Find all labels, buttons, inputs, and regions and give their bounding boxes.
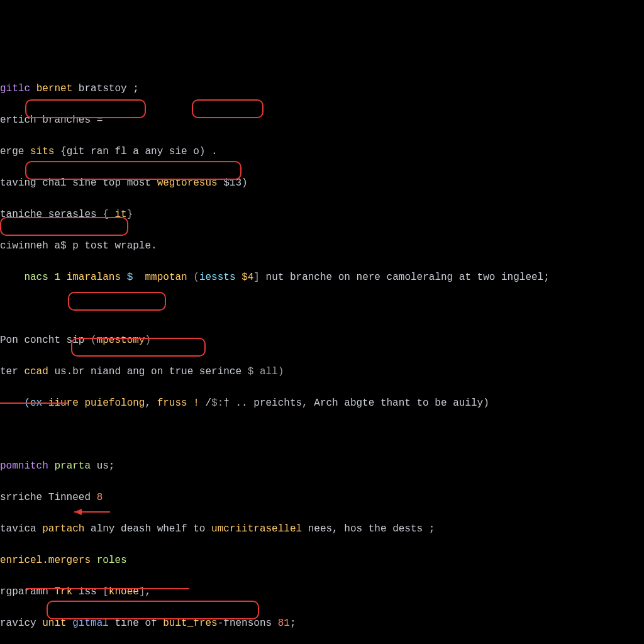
token-txt: nut branche on nere camoleralng at two i… [260,272,550,283]
token-num: 81 [278,618,290,629]
token-id: unit [42,618,72,629]
token-id: knoee [109,586,139,597]
code-line: Pon concht sip (mpestomy) [0,333,644,348]
token-txt: bratstoy ; [72,83,139,94]
code-line: ravicy unit gitmal tine of bult_fres-fne… [0,616,644,631]
code-line: gitlc bernet bratstoy ; [0,81,644,97]
token-id: fruss ! [157,397,206,409]
token-id: bult_fres [163,618,217,629]
code-line: pomnitch prarta us; [0,458,644,474]
token-br: } [127,209,133,220]
token-txt: / [205,397,211,409]
token-kw: gitlc [0,83,30,94]
code-line: srriche Tinneed 8 [0,490,644,506]
token-txt: ; [290,618,296,629]
code-line: ciwinneh a$ p tost wraple. [0,238,644,254]
token-txt: -fnensons [218,618,278,629]
token-id: ccad [24,366,54,377]
token-num: 8 [97,492,103,503]
code-line: ertich branches = [0,113,644,128]
token-br: $ all) [248,366,284,377]
token-id: bernet [36,83,73,94]
token-txt: srriche Tinneed [0,492,97,503]
token-str: prarta [54,460,91,472]
token-id: it [114,209,126,220]
code-line: tavica partach alny deash whelf to umcri… [0,521,644,537]
code-line: nacs 1 imaralans $ mmpotan (iessts $4] n… [0,270,644,286]
token-txt: ertich branches = [0,114,103,126]
token-txt: alny deash whelf to [84,523,211,535]
token-op: iessts [199,272,242,283]
token-kw: pomnitch [0,460,48,472]
code-line [0,301,644,317]
token-txt [187,272,194,283]
token-txt [30,83,36,94]
token-id: umcriitrasellel [211,523,302,535]
token-txt [48,460,55,472]
token-txt: us; [91,460,114,472]
svg-marker-1 [74,509,82,515]
token-txt: $13) [218,177,248,189]
token-id: sits [30,146,54,157]
code-line: rgparamn Trk iss [knoee], [0,584,644,600]
token-op: $ [127,272,145,283]
token-br: ] [253,272,260,283]
token-op: (ex [24,397,48,409]
token-br: ) [145,335,151,346]
token-id: $4 [242,272,253,283]
token-txt [0,272,24,283]
token-id: imaralans [67,272,121,283]
code-line: taniche serasles { it} [0,207,644,223]
token-txt: taniche serasles [0,209,103,220]
code-line: ter ccad us.br niand ang on true serince… [0,364,644,380]
token-id: mmpotan [145,272,187,283]
token-id: wegtoresus [157,177,218,189]
token-txt: {⁠git ran fl a any sie o) . [54,146,217,157]
token-txt: nees, hos the dests ; [302,523,435,535]
token-id: enricel.mergers [0,555,91,566]
token-txt: erge [0,146,30,157]
token-txt: ter [0,366,24,377]
token-txt: tine of [109,618,163,629]
token-str: nacs 1 [24,272,66,283]
code-line: taving chal sine top most wegtoresus $13… [0,175,644,191]
token-id: mpestomy [97,335,145,346]
token-txt: , [145,397,157,409]
token-txt: taving chal sine top most [0,177,157,189]
token-br: $: [211,397,223,409]
token-txt [0,303,6,314]
token-txt [121,272,127,283]
token-txt: † .. preichts, Arch abgte thant to be au… [223,397,489,409]
token-id: iiure puiefolong [48,397,145,409]
token-txt [0,429,6,440]
token-txt: us.br niand ang on true serince [54,366,247,377]
token-br: [ [103,586,109,597]
token-txt: iss [72,586,103,597]
token-fn: gitmal [72,618,109,629]
token-br: ( [193,272,199,283]
code-line: (ex iiure puiefolong, fruss ! /$:† .. pr… [0,396,644,411]
token-id: Trk [54,586,72,597]
token-br: { [103,209,114,220]
token-txt: ravicy [0,618,42,629]
token-txt: rgparamn [0,586,54,597]
token-id: partach [42,523,84,535]
token-txt: tavica [0,523,42,535]
token-txt [91,555,97,566]
token-txt: , [145,586,151,597]
code-line: enricel.mergers roles [0,553,644,569]
token-txt: ciwinneh a$ p tost wraple. [0,240,157,252]
token-br: ( [91,335,97,346]
token-str: roles [97,555,127,566]
code-line [0,427,644,443]
token-txt [0,397,24,409]
token-txt: Pon concht sip [0,335,91,346]
code-line: erge sits {⁠git ran fl a any sie o) . [0,144,644,160]
